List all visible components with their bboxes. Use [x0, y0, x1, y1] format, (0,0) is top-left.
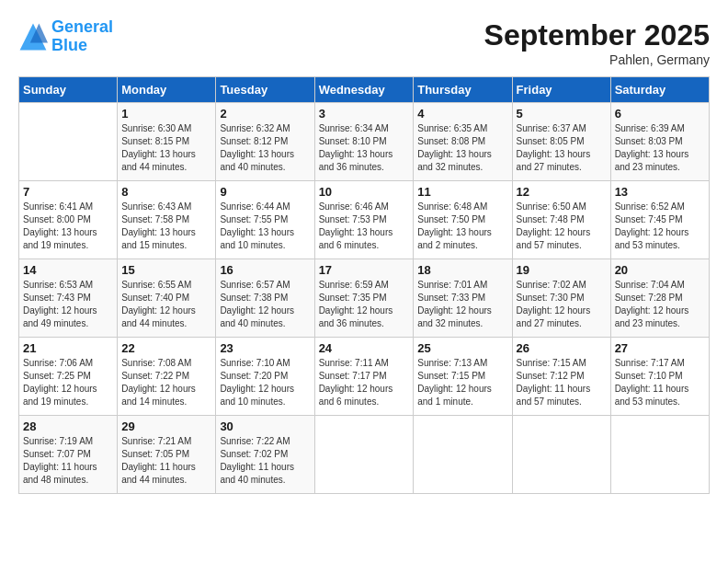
day-info: Sunrise: 6:39 AM Sunset: 8:03 PM Dayligh… [615, 122, 705, 174]
week-row-5: 28Sunrise: 7:19 AM Sunset: 7:07 PM Dayli… [19, 416, 710, 494]
day-cell: 12Sunrise: 6:50 AM Sunset: 7:48 PM Dayli… [512, 181, 610, 259]
day-info: Sunrise: 6:46 AM Sunset: 7:53 PM Dayligh… [319, 201, 410, 252]
day-info: Sunrise: 7:08 AM Sunset: 7:22 PM Dayligh… [121, 357, 211, 408]
day-cell: 30Sunrise: 7:22 AM Sunset: 7:02 PM Dayli… [216, 416, 314, 494]
day-info: Sunrise: 6:35 AM Sunset: 8:08 PM Dayligh… [417, 122, 507, 174]
day-cell: 2Sunrise: 6:32 AM Sunset: 8:12 PM Daylig… [216, 103, 314, 181]
day-number: 1 [121, 107, 211, 121]
day-number: 13 [615, 185, 705, 199]
day-number: 28 [23, 419, 113, 433]
day-cell: 8Sunrise: 6:43 AM Sunset: 7:58 PM Daylig… [118, 181, 216, 259]
header-cell-monday: Monday [118, 77, 216, 103]
day-cell: 13Sunrise: 6:52 AM Sunset: 7:45 PM Dayli… [610, 181, 709, 259]
header-cell-sunday: Sunday [19, 77, 118, 103]
day-cell: 16Sunrise: 6:57 AM Sunset: 7:38 PM Dayli… [216, 259, 314, 338]
header-cell-wednesday: Wednesday [314, 77, 414, 103]
day-cell: 4Sunrise: 6:35 AM Sunset: 8:08 PM Daylig… [414, 103, 512, 181]
day-cell: 23Sunrise: 7:10 AM Sunset: 7:20 PM Dayli… [216, 338, 314, 416]
day-number: 30 [220, 419, 310, 433]
day-info: Sunrise: 6:59 AM Sunset: 7:35 PM Dayligh… [319, 279, 410, 330]
day-info: Sunrise: 6:34 AM Sunset: 8:10 PM Dayligh… [319, 122, 410, 174]
calendar-table: SundayMondayTuesdayWednesdayThursdayFrid… [18, 76, 710, 494]
day-info: Sunrise: 7:21 AM Sunset: 7:05 PM Dayligh… [121, 435, 211, 487]
day-info: Sunrise: 6:44 AM Sunset: 7:55 PM Dayligh… [220, 201, 310, 252]
day-info: Sunrise: 7:15 AM Sunset: 7:12 PM Dayligh… [517, 357, 607, 408]
day-number: 19 [517, 263, 607, 277]
day-number: 15 [121, 263, 211, 277]
day-number: 17 [319, 263, 410, 277]
day-number: 2 [220, 107, 310, 121]
location-subtitle: Pahlen, Germany [484, 52, 710, 67]
title-block: September 2025 Pahlen, Germany [484, 18, 710, 67]
day-cell: 9Sunrise: 6:44 AM Sunset: 7:55 PM Daylig… [216, 181, 314, 259]
day-number: 16 [220, 263, 310, 277]
day-number: 21 [23, 341, 113, 355]
day-info: Sunrise: 6:37 AM Sunset: 8:05 PM Dayligh… [517, 122, 607, 174]
day-cell: 17Sunrise: 6:59 AM Sunset: 7:35 PM Dayli… [314, 259, 414, 338]
day-number: 27 [615, 341, 705, 355]
logo-text: General Blue [51, 18, 113, 55]
day-cell: 14Sunrise: 6:53 AM Sunset: 7:43 PM Dayli… [19, 259, 118, 338]
header-cell-saturday: Saturday [610, 77, 709, 103]
day-info: Sunrise: 7:01 AM Sunset: 7:33 PM Dayligh… [417, 279, 507, 330]
week-row-1: 1Sunrise: 6:30 AM Sunset: 8:15 PM Daylig… [19, 103, 710, 181]
week-row-4: 21Sunrise: 7:06 AM Sunset: 7:25 PM Dayli… [19, 338, 710, 416]
day-info: Sunrise: 7:22 AM Sunset: 7:02 PM Dayligh… [220, 435, 310, 487]
logo: General Blue [18, 18, 113, 55]
day-number: 14 [23, 263, 113, 277]
day-info: Sunrise: 7:04 AM Sunset: 7:28 PM Dayligh… [615, 279, 705, 330]
day-cell: 22Sunrise: 7:08 AM Sunset: 7:22 PM Dayli… [118, 338, 216, 416]
day-info: Sunrise: 7:13 AM Sunset: 7:15 PM Dayligh… [417, 357, 507, 408]
day-info: Sunrise: 6:53 AM Sunset: 7:43 PM Dayligh… [23, 279, 113, 330]
logo-line1: General [51, 17, 113, 36]
day-number: 20 [615, 263, 705, 277]
day-cell: 1Sunrise: 6:30 AM Sunset: 8:15 PM Daylig… [118, 103, 216, 181]
page-header: General Blue September 2025 Pahlen, Germ… [18, 18, 710, 67]
day-number: 4 [417, 107, 507, 121]
day-number: 7 [23, 185, 113, 199]
day-number: 3 [319, 107, 410, 121]
day-cell: 15Sunrise: 6:55 AM Sunset: 7:40 PM Dayli… [118, 259, 216, 338]
logo-icon [18, 22, 48, 52]
day-info: Sunrise: 6:30 AM Sunset: 8:15 PM Dayligh… [121, 122, 211, 174]
day-number: 5 [517, 107, 607, 121]
day-cell: 24Sunrise: 7:11 AM Sunset: 7:17 PM Dayli… [314, 338, 414, 416]
day-info: Sunrise: 6:50 AM Sunset: 7:48 PM Dayligh… [517, 201, 607, 252]
logo-line2: Blue [51, 36, 87, 54]
day-cell: 3Sunrise: 6:34 AM Sunset: 8:10 PM Daylig… [314, 103, 414, 181]
day-info: Sunrise: 6:52 AM Sunset: 7:45 PM Dayligh… [615, 201, 705, 252]
day-number: 12 [517, 185, 607, 199]
day-info: Sunrise: 6:32 AM Sunset: 8:12 PM Dayligh… [220, 122, 310, 174]
calendar-header-row: SundayMondayTuesdayWednesdayThursdayFrid… [19, 77, 710, 103]
day-number: 29 [121, 419, 211, 433]
day-number: 11 [417, 185, 507, 199]
day-number: 6 [615, 107, 705, 121]
week-row-3: 14Sunrise: 6:53 AM Sunset: 7:43 PM Dayli… [19, 259, 710, 338]
day-cell: 11Sunrise: 6:48 AM Sunset: 7:50 PM Dayli… [414, 181, 512, 259]
day-cell [19, 103, 118, 181]
header-cell-friday: Friday [512, 77, 610, 103]
day-cell: 6Sunrise: 6:39 AM Sunset: 8:03 PM Daylig… [610, 103, 709, 181]
header-cell-tuesday: Tuesday [216, 77, 314, 103]
day-cell: 5Sunrise: 6:37 AM Sunset: 8:05 PM Daylig… [512, 103, 610, 181]
day-cell [314, 416, 414, 494]
day-cell: 20Sunrise: 7:04 AM Sunset: 7:28 PM Dayli… [610, 259, 709, 338]
calendar-body: 1Sunrise: 6:30 AM Sunset: 8:15 PM Daylig… [19, 103, 710, 494]
day-info: Sunrise: 7:10 AM Sunset: 7:20 PM Dayligh… [220, 357, 310, 408]
day-info: Sunrise: 6:55 AM Sunset: 7:40 PM Dayligh… [121, 279, 211, 330]
day-cell: 25Sunrise: 7:13 AM Sunset: 7:15 PM Dayli… [414, 338, 512, 416]
day-number: 18 [417, 263, 507, 277]
day-info: Sunrise: 7:06 AM Sunset: 7:25 PM Dayligh… [23, 357, 113, 408]
day-cell: 7Sunrise: 6:41 AM Sunset: 8:00 PM Daylig… [19, 181, 118, 259]
day-info: Sunrise: 6:57 AM Sunset: 7:38 PM Dayligh… [220, 279, 310, 330]
day-cell: 18Sunrise: 7:01 AM Sunset: 7:33 PM Dayli… [414, 259, 512, 338]
header-cell-thursday: Thursday [414, 77, 512, 103]
day-cell: 27Sunrise: 7:17 AM Sunset: 7:10 PM Dayli… [610, 338, 709, 416]
day-number: 26 [517, 341, 607, 355]
day-info: Sunrise: 7:19 AM Sunset: 7:07 PM Dayligh… [23, 435, 113, 487]
day-info: Sunrise: 7:02 AM Sunset: 7:30 PM Dayligh… [517, 279, 607, 330]
day-number: 8 [121, 185, 211, 199]
day-cell: 21Sunrise: 7:06 AM Sunset: 7:25 PM Dayli… [19, 338, 118, 416]
day-cell: 29Sunrise: 7:21 AM Sunset: 7:05 PM Dayli… [118, 416, 216, 494]
day-number: 22 [121, 341, 211, 355]
